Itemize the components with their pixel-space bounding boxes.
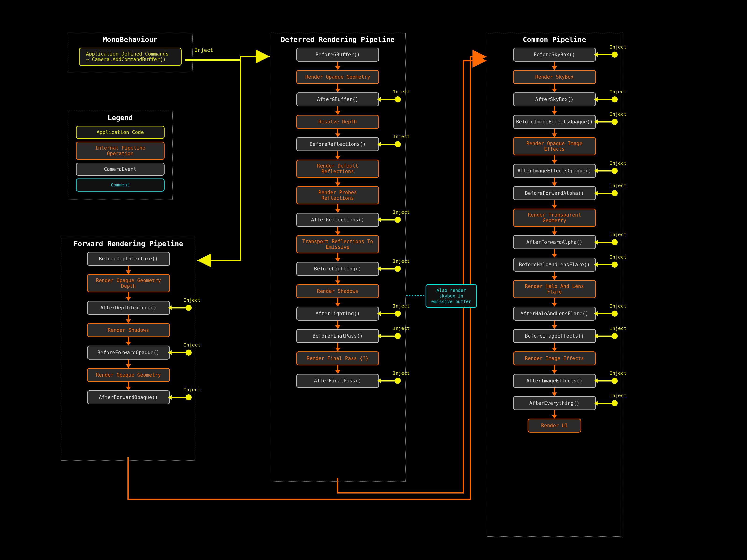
panel-deferred-pipeline: Deferred Rendering Pipeline BeforeGBuffe… [269, 33, 406, 482]
flow-arrow-down [126, 292, 131, 301]
inject-point: Inject [377, 266, 401, 272]
deferred-node-9: BeforeLighting()Inject [296, 262, 379, 276]
inject-point: Inject [168, 349, 192, 355]
deferred-node-12: BeforeFinalPass()Inject [296, 329, 379, 343]
common-node-12: BeforeImageEffects()Inject [513, 329, 596, 343]
inject-point: Inject [594, 52, 618, 58]
panel-title: MonoBehaviour [68, 35, 192, 44]
inject-point: Inject [168, 394, 192, 400]
inject-point: Inject [377, 96, 401, 102]
common-node-8: AfterForwardAlpha()Inject [513, 235, 596, 249]
common-node-16: Render UI [527, 419, 581, 433]
common-node-0: BeforeSkyBox()Inject [513, 48, 596, 61]
common-node-5: AfterImageEffectsOpaque()Inject [513, 164, 596, 178]
legend-event: CameraEvent [76, 163, 164, 176]
legend-op: Internal Pipeline Operation [76, 142, 164, 160]
flow-arrow-down [552, 249, 557, 258]
flow-arrow-down [552, 106, 557, 115]
flow-arrow-down [552, 227, 557, 235]
panel-title: Legend [68, 114, 172, 122]
panel-title: Deferred Rendering Pipeline [270, 35, 405, 44]
inject-point: Inject [377, 311, 401, 317]
inject-point: Inject [377, 378, 401, 384]
flow-arrow-down [335, 298, 340, 306]
flow-arrow-down [126, 337, 131, 346]
common-node-2: AfterSkyBox()Inject [513, 92, 596, 106]
inject-point: Inject [594, 190, 618, 196]
flow-arrow-down [552, 365, 557, 374]
deferred-node-10: Render Shadows [296, 284, 379, 298]
forward-node-6: AfterForwardOpaque()Inject [87, 390, 170, 404]
flow-arrow-down [335, 276, 340, 284]
flow-arrow-down [552, 200, 557, 209]
common-node-9: BeforeHaloAndLensFlare()Inject [513, 258, 596, 272]
deferred-node-6: Render Probes Reflections [296, 186, 379, 205]
flow-arrow-down [126, 382, 131, 390]
forward-node-5: Render Opaque Geometry [87, 368, 170, 382]
flow-arrow-down [552, 272, 557, 280]
app-commands-box: Application Defined Commands → Camera.Ad… [79, 48, 182, 66]
panel-monobehaviour: MonoBehaviour Application Defined Comman… [68, 33, 192, 72]
deferred-node-8: Transport Reflections To Emissive [296, 235, 379, 254]
inject-point: Inject [168, 305, 192, 311]
flow-arrow-down [552, 321, 557, 329]
inject-point: Inject [594, 168, 618, 174]
flow-arrow-down [335, 84, 340, 92]
inject-point: Inject [594, 239, 618, 245]
flow-arrow-down [126, 359, 131, 368]
flow-arrow-down [335, 178, 340, 186]
flow-arrow-down [126, 266, 131, 274]
common-node-13: Render Image Effects [513, 351, 596, 365]
flow-arrow-down [335, 151, 340, 160]
legend-comment: Comment [76, 179, 164, 192]
flow-arrow-down [126, 315, 131, 323]
inject-point: Inject [377, 217, 401, 223]
common-node-6: BeforeForwardAlpha()Inject [513, 186, 596, 200]
inject-label: Inject [195, 47, 213, 53]
flow-arrow-down [552, 84, 557, 92]
deferred-node-13: Render Final Pass {?} [296, 351, 379, 365]
panel-title: Forward Rendering Pipeline [61, 240, 196, 248]
flow-arrow-down [335, 106, 340, 115]
deferred-node-7: AfterReflections()Inject [296, 213, 379, 227]
common-node-15: AfterEverything()Inject [513, 396, 596, 410]
deferred-node-2: AfterGBuffer()Inject [296, 92, 379, 106]
inject-point: Inject [377, 141, 401, 147]
flow-arrow-down [335, 254, 340, 262]
forward-node-1: Render Opaque Geometry Depth [87, 274, 170, 292]
inject-point: Inject [594, 311, 618, 317]
flow-arrow-down [552, 410, 557, 419]
common-node-4: Render Opaque Image Effects [513, 137, 596, 155]
inject-point: Inject [377, 333, 401, 339]
common-node-1: Render SkyBox [513, 70, 596, 84]
deferred-node-5: Render Default Reflections [296, 160, 379, 178]
flow-arrow-down [552, 178, 557, 186]
forward-node-3: Render Shadows [87, 323, 170, 337]
legend-app: Application Code [76, 126, 164, 139]
deferred-node-0: BeforeGBuffer() [296, 48, 379, 61]
flow-arrow-down [552, 298, 557, 306]
flow-arrow-down [335, 61, 340, 70]
common-node-7: Render Transparent Geometry [513, 209, 596, 227]
forward-node-2: AfterDepthTexture()Inject [87, 301, 170, 315]
deferred-node-11: AfterLighting()Inject [296, 306, 379, 321]
inject-point: Inject [594, 119, 618, 125]
flow-arrow-down [335, 205, 340, 213]
flow-arrow-down [335, 321, 340, 329]
flow-arrow-down [552, 155, 557, 164]
comment-skybox-emissive: Also render skybox in emissive buffer [426, 284, 477, 308]
flow-arrow-down [335, 343, 340, 351]
flow-arrow-down [335, 227, 340, 235]
panel-title: Common Pipeline [487, 35, 622, 44]
flow-arrow-down [335, 365, 340, 374]
deferred-node-3: Resolve Depth [296, 115, 379, 129]
forward-node-0: BeforeDepthTexture() [87, 252, 170, 266]
deferred-node-14: AfterFinalPass()Inject [296, 374, 379, 388]
common-node-14: AfterImageEffects()Inject [513, 374, 596, 388]
flow-arrow-down [552, 388, 557, 396]
inject-point: Inject [594, 400, 618, 406]
inject-point: Inject [594, 96, 618, 102]
deferred-node-1: Render Opaque Geometry [296, 70, 379, 84]
deferred-node-4: BeforeReflections()Inject [296, 137, 379, 151]
flow-arrow-down [552, 129, 557, 137]
